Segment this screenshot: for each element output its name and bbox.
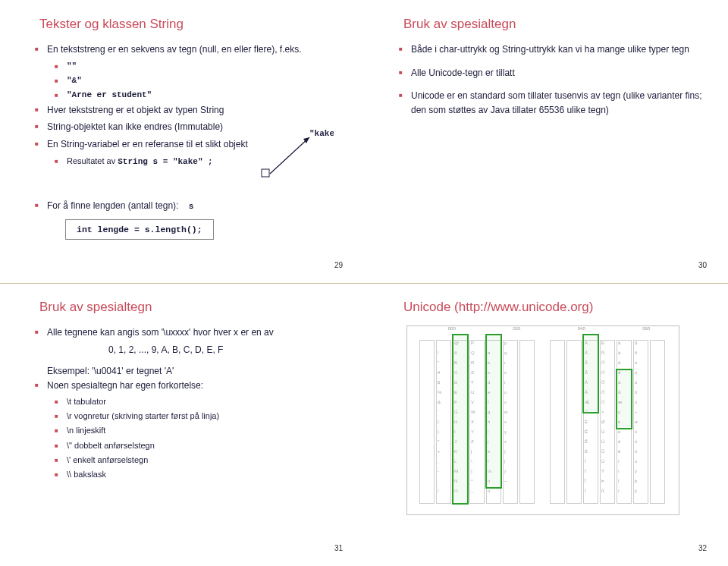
bullet: En tekststreng er en sekvens av tegn (nu… (47, 42, 343, 57)
slide-content: Alle tegnene kan angis som '\uxxxx' hvor… (21, 325, 343, 481)
bullet: Unicode er en standard som tillater tuse… (411, 89, 707, 117)
bullet: Alle tegnene kan angis som '\uxxxx' hvor… (47, 325, 343, 340)
s-label: s (189, 200, 194, 213)
slide-content: Både i char-uttrykk og String-uttrykk ka… (385, 42, 707, 117)
slide-30: Bruk av spesialtegn Både i char-uttrykk … (364, 0, 728, 283)
slide-title: Tekster og klassen String (39, 17, 343, 32)
slide-31: Bruk av spesialtegn Alle tegnene kan ang… (0, 283, 364, 566)
sub-bullet: "" (67, 60, 343, 73)
sub-bullet: \\ bakslask (67, 468, 343, 481)
slide-32: Unicode (http://www.unicode.org) 000 020… (364, 283, 728, 566)
page-number: 29 (334, 261, 343, 269)
page-number: 31 (334, 544, 343, 552)
sub-bullet: \' enkelt anførselstegn (67, 454, 343, 467)
hex-digits: 0, 1, 2, ..., 9, A, B, C, D, E, F (108, 343, 343, 357)
page-number: 30 (698, 261, 707, 269)
slide-title: Bruk av spesialtegn (39, 300, 343, 315)
sub-bullet: \t tabulator (67, 395, 343, 408)
bullet: Både i char-uttrykk og String-uttrykk ka… (411, 42, 707, 57)
example-line: Eksempel: '\u0041' er tegnet 'A' (47, 364, 343, 379)
col-hdr: 000 (419, 326, 485, 334)
bullet: For å finne lengden (antall tegn): s (47, 199, 343, 213)
slide-title: Unicode (http://www.unicode.org) (403, 300, 707, 315)
code-length: int lengde = s.length(); (65, 219, 214, 241)
slide-content: En tekststreng er en sekvens av tegn (nu… (21, 42, 343, 240)
sub-bullet: \" dobbelt anførselstegn (67, 439, 343, 452)
page-number: 32 (698, 544, 707, 552)
sub-bullet: "Arne er student" (67, 89, 343, 102)
slide-29: Tekster og klassen String En tekststreng… (0, 0, 364, 283)
sub-bullet: \n linjeskift (67, 424, 343, 437)
stmt-prefix: Resultatet av (67, 156, 118, 165)
bullet: Hver tekststreng er et objekt av typen S… (47, 103, 343, 118)
bullet: Alle Unicode-tegn er tillatt (411, 66, 707, 80)
col-hdr: 040 (549, 326, 614, 334)
sub-bullet: "&" (67, 74, 343, 87)
bullet: Noen spesialtegn har egen forkortelse: (47, 379, 343, 393)
unicode-chart: 000 020 040 060 @ABCDEFGHIJKLMNO PQRSTUV… (406, 325, 679, 515)
sub-bullet: Resultatet av String s = "kake" ; (67, 155, 343, 168)
bullet: En String-variabel er en referanse til e… (47, 137, 343, 152)
col-hdr: 060 (614, 326, 679, 334)
find-length-label: For å finne lengden (antall tegn): (47, 200, 178, 211)
col-hdr: 020 (485, 326, 550, 334)
slide-title: Bruk av spesialtegn (403, 17, 707, 32)
stmt-code: String s = "kake" ; (118, 157, 212, 166)
bullet: String-objektet kan ikke endres (Immutab… (47, 120, 343, 134)
chart-header-row: 000 020 040 060 (407, 326, 679, 334)
sub-bullet: \r vognretur (skriving starter først på … (67, 410, 343, 423)
